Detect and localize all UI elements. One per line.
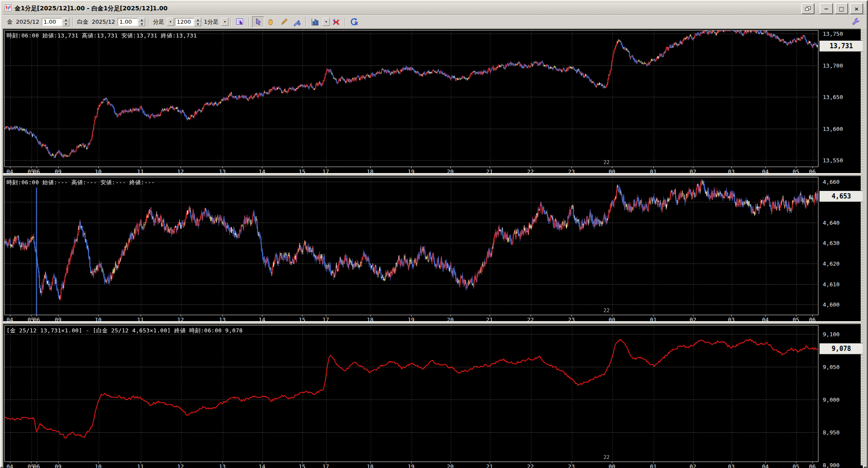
x-tick-mark: [58, 315, 59, 316]
refresh-icon: R: [350, 18, 359, 26]
x-tick-mark: [31, 167, 31, 168]
x-tick-mark: [31, 315, 31, 316]
interval-dropdown-button[interactable]: ▼: [167, 18, 174, 26]
gold-ratio-input[interactable]: [42, 18, 62, 26]
y-tick-label: 13,700: [823, 62, 843, 69]
x-tick-mark: [262, 315, 262, 316]
x-tick-mark: [141, 167, 141, 168]
y-tick-label: 4,630: [823, 240, 840, 246]
x-tick-mark: [653, 462, 654, 463]
settings-wrench-icon-button[interactable]: [850, 16, 862, 28]
gold-chart-panel: 時刻:06:00 始値:13,731 高値:13,731 安値:13,731 終…: [3, 28, 864, 174]
x-tick-mark: [98, 167, 99, 168]
x-tick-label: 15: [299, 316, 306, 322]
spread-info: [金 25/12 13,731×1.00] - [白金 25/12 4,653×…: [6, 327, 243, 335]
x-tick-mark: [450, 167, 451, 168]
x-tick-label: 04: [6, 316, 13, 322]
x-tick-mark: [812, 167, 813, 168]
indicator-bars-icon-button[interactable]: [309, 16, 321, 28]
x-tick-label: 20: [447, 316, 454, 322]
x-tick-label: 19: [408, 316, 415, 322]
bar-count-input[interactable]: [175, 18, 194, 26]
x-tick-label: 06: [809, 168, 816, 174]
x-tick-mark: [571, 462, 572, 463]
x-tick-label: 17: [322, 316, 329, 322]
platinum-ratio-input[interactable]: [118, 18, 138, 26]
pointer-icon-button[interactable]: [252, 16, 264, 28]
x-tick-label: 06: [809, 463, 816, 468]
chart-cursor-icon-button[interactable]: [234, 16, 246, 28]
date-label: 22: [603, 307, 609, 313]
x-tick-label: 23: [568, 168, 575, 174]
x-tick-mark: [222, 167, 223, 168]
x-tick-label: 13: [219, 463, 226, 468]
indicator-dropdown-button[interactable]: ▼: [322, 18, 330, 26]
gold-ratio-spinner: ▲▼: [62, 18, 69, 26]
gold-last-price-badge: 13,731: [819, 40, 863, 52]
remove-indicator-icon-button[interactable]: [330, 16, 342, 28]
timeframe-dropdown-button[interactable]: ▼: [221, 18, 228, 26]
spin-down-button[interactable]: ▼: [138, 22, 145, 26]
timeframe-label: 1分足: [204, 18, 219, 26]
x-tick-label: 04: [762, 316, 769, 322]
x-tick-mark: [450, 315, 451, 316]
x-tick-label: 10: [95, 168, 102, 174]
x-tick-label: 19: [408, 463, 415, 468]
x-tick-mark: [796, 462, 796, 463]
y-tick-label: 4,610: [823, 281, 840, 288]
y-tick-label: 4,660: [823, 179, 840, 185]
x-tick-label: 14: [259, 316, 265, 322]
platinum-candles-canvas[interactable]: [5, 177, 818, 315]
x-tick-mark: [302, 462, 303, 463]
close-button[interactable]: ×: [850, 3, 863, 14]
x-tick-mark: [326, 315, 326, 316]
y-tick-label: 4,640: [823, 220, 840, 226]
x-tick-label: 04: [6, 168, 13, 174]
x-tick-label: 10: [95, 316, 102, 322]
minimize-button[interactable]: −: [820, 3, 833, 14]
pen-target-icon-button[interactable]: [291, 16, 303, 28]
x-tick-mark: [141, 462, 141, 463]
x-tick-label: 13: [219, 316, 226, 322]
x-tick-label: 05: [793, 463, 799, 468]
spin-up-button[interactable]: ▲: [62, 18, 69, 22]
x-tick-label: 06: [33, 463, 40, 468]
bar-count-spinner: ▲▼: [194, 18, 201, 26]
x-tick-mark: [181, 315, 181, 316]
x-tick-label: 23: [568, 316, 575, 322]
x-tick-mark: [37, 315, 37, 316]
spin-down-button[interactable]: ▼: [194, 22, 201, 26]
x-tick-label: 15: [299, 168, 306, 174]
pencil-line-icon-button[interactable]: [278, 16, 290, 28]
interval-label: 分足: [153, 18, 164, 26]
window-restore-button[interactable]: [801, 3, 815, 14]
spread-last-price-badge: 9,078: [819, 343, 863, 354]
spin-up-button[interactable]: ▲: [194, 18, 201, 22]
refresh-icon-button[interactable]: R: [348, 16, 360, 28]
app-candlestick-icon: [5, 4, 12, 13]
toolbar-separator: [148, 17, 149, 27]
x-tick-label: 20: [447, 463, 454, 468]
y-tick-label: 13,650: [823, 94, 843, 100]
pencil-line-icon: [280, 18, 288, 26]
x-tick-label: 21: [486, 316, 493, 322]
x-tick-mark: [531, 462, 531, 463]
spin-down-button[interactable]: ▼: [62, 22, 69, 26]
date-label: 22: [603, 159, 609, 165]
spin-up-button[interactable]: ▲: [138, 18, 145, 22]
x-tick-mark: [653, 167, 654, 168]
x-tick-mark: [612, 315, 612, 316]
x-tick-label: 19: [408, 168, 415, 174]
gold-candles-canvas[interactable]: [5, 31, 818, 167]
x-tick-label: 04: [6, 463, 13, 468]
x-tick-label: 18: [367, 316, 374, 322]
remove-indicator-icon: [332, 18, 340, 26]
maximize-button[interactable]: □: [835, 3, 848, 14]
x-tick-mark: [222, 462, 223, 463]
x-tick-mark: [765, 167, 766, 168]
window-title: 金1分足[2025/12]1.00 - 白金1分足[2025/12]1.00: [15, 5, 168, 12]
title-bar[interactable]: 金1分足[2025/12]1.00 - 白金1分足[2025/12]1.00 −…: [3, 3, 865, 15]
spread-line-canvas[interactable]: [5, 325, 818, 462]
hand-pan-icon-button[interactable]: [265, 16, 277, 28]
spread-plot-area: [金 25/12 13,731×1.00] - [白金 25/12 4,653×…: [4, 325, 818, 462]
